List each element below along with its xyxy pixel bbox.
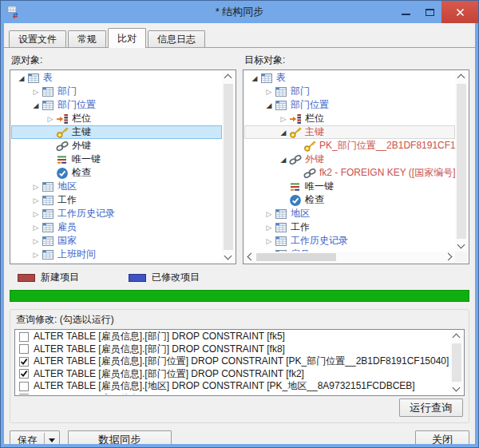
expand-arrow-icon[interactable]: [30, 85, 42, 98]
tree-item[interactable]: 外键: [11, 139, 222, 153]
scroll-up-arrow-icon[interactable]: [224, 74, 232, 82]
query-row[interactable]: ALTER TABLE [雇员信息].[部门位置] DROP CONSTRAIN…: [16, 368, 450, 381]
scroll-down-arrow-icon[interactable]: [457, 241, 465, 249]
collapse-arrow-icon[interactable]: [278, 153, 289, 166]
expand-arrow-icon[interactable]: [45, 112, 56, 125]
query-checkbox-unchecked[interactable]: [19, 394, 29, 394]
tree-item[interactable]: 部门位置: [244, 98, 455, 112]
expand-arrow-icon[interactable]: [278, 112, 289, 125]
tree-item[interactable]: 部门位置: [11, 98, 222, 112]
collapse-arrow-icon[interactable]: [249, 71, 260, 85]
tree-item[interactable]: 地区: [11, 180, 222, 193]
primary-key-icon: [303, 140, 316, 153]
scrollbar-thumb[interactable]: [457, 84, 466, 239]
tab-compare[interactable]: 比对: [108, 28, 146, 48]
query-checkbox-unchecked[interactable]: [19, 344, 29, 354]
tree-item[interactable]: 雇员: [11, 220, 222, 234]
check-constraint-icon: [289, 194, 302, 207]
tree-item[interactable]: 检查: [11, 166, 222, 180]
data-sync-button[interactable]: 数据同步: [68, 430, 172, 444]
save-dropdown-button[interactable]: [45, 431, 59, 444]
tree-item[interactable]: PK_部门位置__2B1DF8191CF15040: [244, 139, 455, 153]
expand-arrow-icon[interactable]: [263, 207, 275, 220]
tree-item[interactable]: 栏位: [244, 112, 455, 125]
collapse-arrow-icon[interactable]: [16, 71, 27, 85]
query-list[interactable]: ALTER TABLE [雇员信息].[部门] DROP CONSTRAINT …: [14, 329, 465, 396]
tree-item[interactable]: 检查: [244, 193, 455, 207]
vertical-scrollbar[interactable]: [455, 71, 468, 252]
expand-arrow-icon[interactable]: [263, 220, 275, 234]
vertical-scrollbar[interactable]: [450, 331, 463, 394]
tree-item[interactable]: 工作历史记录: [244, 234, 455, 248]
scrollbar-thumb[interactable]: [256, 253, 336, 261]
tree-item[interactable]: 部门: [244, 85, 455, 98]
tree-item[interactable]: 唯一键: [244, 180, 455, 193]
tree-item-tables[interactable]: 表: [11, 71, 222, 85]
tree-item[interactable]: 国家: [11, 234, 222, 248]
expand-arrow-icon[interactable]: [30, 234, 42, 248]
tree-item[interactable]: 唯一键: [11, 153, 222, 166]
tree-item-tables[interactable]: 表: [244, 71, 455, 85]
tree-item[interactable]: 上班时间: [11, 248, 222, 261]
query-checkbox-unchecked[interactable]: [19, 382, 29, 391]
collapse-arrow-icon[interactable]: [278, 125, 289, 139]
run-query-button[interactable]: 运行查询: [399, 398, 463, 417]
expand-arrow-icon[interactable]: [30, 220, 42, 234]
scroll-up-arrow-icon[interactable]: [457, 74, 465, 82]
query-row[interactable]: ALTER TABLE [雇员信息].[部门位置] DROP CONSTRAIN…: [16, 355, 450, 368]
scroll-left-arrow-icon[interactable]: [247, 253, 255, 261]
tree-item[interactable]: fk2 - FOREIGN KEY ([国家编号]): [244, 166, 455, 180]
tree-item[interactable]: 栏位: [11, 112, 222, 125]
query-modify-label: 查询修改: (勾选以运行): [16, 313, 465, 327]
minimize-button[interactable]: [394, 1, 418, 23]
dialog-client-area: 设置文件 常规 比对 信息日志 源对象: 表 部门 部门位置 栏位: [4, 23, 475, 444]
tree-item[interactable]: 部门: [11, 85, 222, 98]
expand-arrow-icon[interactable]: [16, 261, 27, 263]
tree-item-views[interactable]: 视图: [11, 261, 222, 263]
maximize-button[interactable]: [418, 1, 441, 23]
query-row[interactable]: ALTER TABLE [雇员信息].[部门] DROP CONSTRAINT …: [16, 343, 450, 356]
scrollbar-thumb[interactable]: [452, 343, 461, 382]
vertical-scrollbar[interactable]: [222, 71, 235, 263]
table-icon: [42, 221, 54, 234]
tree-item[interactable]: 工作历史记录: [11, 207, 222, 220]
titlebar[interactable]: * 结构同步: [1, 1, 478, 23]
collapse-arrow-icon[interactable]: [263, 98, 275, 112]
save-split-button[interactable]: 保存: [10, 430, 60, 444]
tab-message-log[interactable]: 信息日志: [148, 30, 205, 47]
source-tree[interactable]: 表 部门 部门位置 栏位 主键 外键 唯一键 检查 地区 工作 工作历史记录 雇…: [10, 69, 236, 264]
target-tree[interactable]: 表 部门 部门位置 栏位 主键 PK_部门位置__2B1DF8191CF1504…: [243, 69, 469, 264]
scroll-down-arrow-icon[interactable]: [224, 252, 232, 260]
close-window-button[interactable]: [441, 1, 478, 23]
primary-key-icon: [56, 126, 69, 139]
query-row[interactable]: ALTER TABLE [雇员信息].[地区] DROP CONSTRAINT …: [16, 380, 450, 393]
expand-arrow-icon[interactable]: [30, 193, 42, 207]
expand-arrow-icon[interactable]: [263, 234, 275, 248]
query-checkbox-unchecked[interactable]: [19, 332, 29, 342]
tree-item[interactable]: 工作: [244, 220, 455, 234]
scroll-down-arrow-icon[interactable]: [453, 384, 461, 392]
save-button[interactable]: 保存: [10, 431, 44, 444]
tab-general[interactable]: 常规: [68, 30, 106, 47]
tree-item[interactable]: 外键: [244, 153, 455, 166]
expand-arrow-icon[interactable]: [263, 85, 275, 98]
tree-item[interactable]: 工作: [11, 193, 222, 207]
collapse-arrow-icon[interactable]: [30, 98, 42, 112]
modified-item-color-swatch: [129, 274, 146, 282]
query-row[interactable]: ALTER TABLE [雇员信息].[工作] DROP CONSTRAINT …: [16, 393, 450, 395]
query-checkbox-checked[interactable]: [19, 357, 29, 367]
tree-item[interactable]: 地区: [244, 207, 455, 220]
scroll-right-arrow-icon[interactable]: [445, 253, 453, 261]
tree-item[interactable]: 主键: [244, 125, 455, 139]
expand-arrow-icon[interactable]: [30, 248, 42, 261]
expand-arrow-icon[interactable]: [30, 180, 42, 193]
scroll-up-arrow-icon[interactable]: [453, 334, 461, 342]
tab-profile[interactable]: 设置文件: [9, 30, 66, 47]
query-checkbox-checked[interactable]: [19, 369, 29, 379]
expand-arrow-icon[interactable]: [30, 207, 42, 220]
scrollbar-thumb[interactable]: [224, 84, 233, 250]
query-row[interactable]: ALTER TABLE [雇员信息].[部门] DROP CONSTRAINT …: [16, 331, 450, 343]
horizontal-scrollbar[interactable]: [244, 252, 455, 263]
tree-item-selected[interactable]: 主键: [11, 125, 222, 139]
close-dialog-button[interactable]: 关闭: [415, 430, 469, 444]
